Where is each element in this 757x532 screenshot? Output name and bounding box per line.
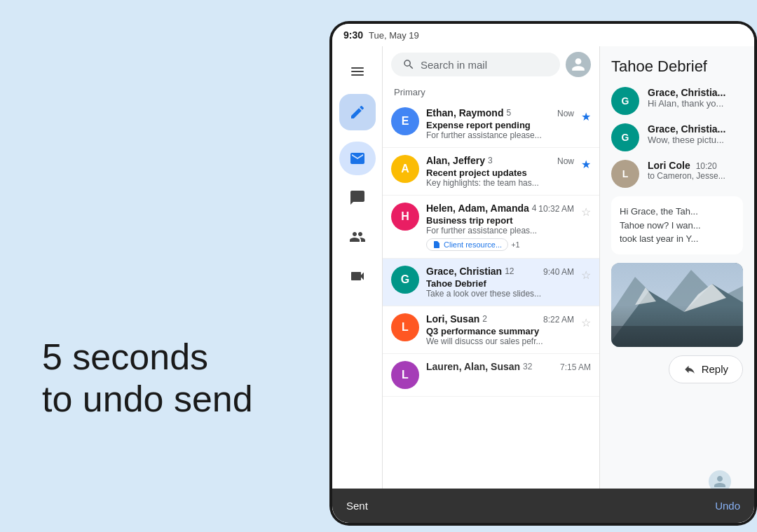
mail-item[interactable]: L Lauren, Alan, Susan 32 7:15 AM (383, 354, 599, 397)
chip-row: Client resource... +1 (426, 238, 574, 251)
mail-item[interactable]: H Helen, Adam, Amanda 4 10:32 AM Busines… (383, 196, 599, 259)
mail-item-body: Lauren, Alan, Susan 32 7:15 AM (426, 361, 591, 374)
sidebar-video[interactable] (339, 259, 376, 293)
detail-message-lori: L Lori Cole 10:20 to Cameron, Jesse... (611, 160, 743, 188)
mail-preview: We will disucss our sales pefr... (426, 336, 574, 346)
detail-body-text: Hi Grace, the Tah...Tahoe now? I wan...t… (620, 206, 701, 244)
mail-preview: For further assistance pleas... (426, 226, 574, 236)
mail-count: 4 (532, 203, 537, 213)
mail-count: 3 (488, 156, 493, 165)
mail-time: 10:32 AM (538, 204, 574, 214)
mail-item[interactable]: A Alan, Jeffery 3 Now Recent project upd… (383, 148, 599, 196)
mail-chip[interactable]: Client resource... (426, 238, 508, 251)
svg-rect-1 (351, 71, 364, 72)
detail-title: Tahoe Debrief (611, 57, 743, 76)
sidebar-chat[interactable] (339, 181, 376, 214)
search-icon (402, 58, 415, 71)
detail-avatar: G (611, 123, 639, 151)
mail-sender: Helen, Adam, Amanda 4 (426, 203, 536, 214)
mail-item-body: Lori, Susan 2 8:22 AM Q3 performance sum… (426, 313, 574, 346)
meet-icon (349, 229, 366, 245)
mail-preview: For further assistance please... (426, 130, 574, 140)
device-frame: 9:30 Tue, May 19 (329, 21, 757, 526)
promo-text: 5 seconds to undo send (42, 336, 253, 421)
detail-msg-preview: Wow, these pictu... (648, 135, 743, 145)
reply-label: Reply (702, 363, 728, 375)
star-icon[interactable]: ☆ (581, 316, 591, 329)
watermark-icon (713, 475, 727, 489)
compose-button[interactable] (339, 94, 376, 130)
mail-subject: Expense report pending (426, 120, 574, 130)
sidebar-meet[interactable] (339, 220, 376, 254)
detail-main-body: Hi Grace, the Tah...Tahoe now? I wan...t… (611, 196, 743, 254)
device-inner: 9:30 Tue, May 19 (332, 24, 754, 523)
mail-sender: Lori, Susan 2 (426, 313, 487, 325)
chat-icon (349, 189, 366, 206)
mail-count: 5 (506, 108, 511, 118)
detail-msg-name: Grace, Christia... (648, 87, 743, 98)
mail-list: Search in mail Primary E (383, 46, 600, 523)
mail-time: 7:15 AM (560, 362, 591, 372)
mail-sender: Alan, Jeffery 3 (426, 155, 493, 166)
detail-message: G Grace, Christia... Hi Alan, thank yo..… (611, 87, 743, 115)
mail-preview: Take a look over these slides... (426, 289, 574, 299)
mail-item[interactable]: E Ethan, Raymond 5 Now Expense report pe… (383, 100, 599, 148)
mail-time: 9:40 AM (543, 267, 574, 277)
mail-item-body: Ethan, Raymond 5 Now Expense report pend… (426, 107, 574, 140)
detail-msg-time: 10:20 (696, 161, 717, 171)
mail-count: 12 (505, 266, 514, 276)
primary-label: Primary (383, 83, 599, 100)
promo-line1: 5 seconds (42, 336, 253, 378)
detail-msg-name: Lori Cole (648, 160, 690, 171)
star-icon[interactable]: ★ (581, 110, 591, 123)
mail-sender: Grace, Christian 12 (426, 266, 514, 277)
reply-button[interactable]: Reply (669, 355, 743, 383)
avatar: L (391, 361, 419, 389)
main-content: Search in mail Primary E (332, 46, 754, 523)
sidebar-mail[interactable] (339, 142, 376, 175)
mail-item-body: Alan, Jeffery 3 Now Recent project updat… (426, 155, 574, 188)
detail-msg-body: Lori Cole 10:20 to Cameron, Jesse... (648, 160, 743, 181)
detail-message: G Grace, Christia... Wow, these pictu... (611, 123, 743, 151)
detail-msg-body: Grace, Christia... Hi Alan, thank yo... (648, 87, 743, 109)
avatar: E (391, 107, 419, 135)
star-icon[interactable]: ★ (581, 158, 591, 171)
reply-icon (683, 363, 696, 376)
mail-sender: Ethan, Raymond 5 (426, 107, 511, 118)
sidebar-menu-icon[interactable] (339, 55, 376, 88)
search-placeholder: Search in mail (421, 59, 487, 71)
user-avatar[interactable] (566, 52, 591, 77)
mail-item[interactable]: L Lori, Susan 2 8:22 AM Q3 performance s… (383, 306, 599, 354)
avatar: A (391, 155, 419, 183)
mail-subject: Recent project updates (426, 168, 574, 178)
search-input-wrap[interactable]: Search in mail (391, 53, 560, 76)
mail-items: E Ethan, Raymond 5 Now Expense report pe… (383, 100, 599, 523)
doc-icon (432, 240, 441, 249)
mail-item[interactable]: G Grace, Christian 12 9:40 AM Tahoe Debr… (383, 259, 599, 306)
status-date: Tue, May 19 (369, 30, 419, 41)
svg-rect-0 (351, 67, 364, 69)
mail-subject: Tahoe Debrief (426, 278, 574, 289)
detail-msg-preview: Hi Alan, thank yo... (648, 98, 743, 109)
avatar: H (391, 203, 419, 231)
chip-extra: +1 (511, 240, 520, 249)
mail-time: Now (557, 156, 574, 166)
reply-button-wrap: Reply (611, 355, 743, 383)
promo-line2: to undo send (42, 378, 253, 421)
star-icon[interactable]: ☆ (581, 268, 591, 282)
mail-preview: Key highlights: the team has... (426, 178, 574, 188)
snackbar: Sent Undo (383, 489, 600, 523)
detail-avatar: L (611, 160, 639, 188)
detail-msg-to: to Cameron, Jesse... (648, 171, 743, 181)
star-icon[interactable]: ☆ (581, 205, 591, 219)
status-bar: 9:30 Tue, May 19 (332, 24, 754, 46)
mail-icon (349, 150, 366, 167)
mail-item-body: Helen, Adam, Amanda 4 10:32 AM Business … (426, 203, 574, 251)
svg-rect-2 (351, 74, 364, 76)
mail-subject: Business trip report (426, 215, 574, 226)
mail-count: 32 (523, 362, 532, 371)
image-overlay (611, 305, 743, 347)
video-icon (349, 268, 366, 285)
sidebar (332, 46, 383, 523)
detail-msg-name: Grace, Christia... (648, 123, 743, 135)
